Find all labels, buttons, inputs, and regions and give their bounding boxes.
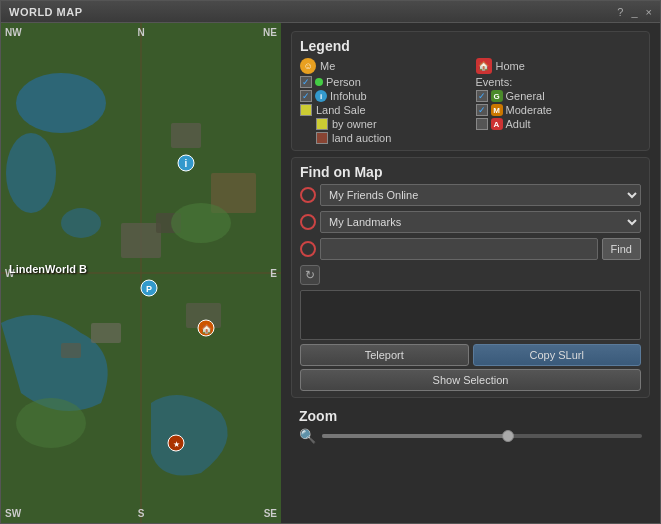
infohub-icon: i (315, 90, 327, 102)
find-on-map-section: Find on Map My Friends Online My Landmar… (291, 157, 650, 398)
legend-moderate: ✓ M Moderate (476, 104, 642, 116)
adult-checkbox[interactable] (476, 118, 488, 130)
search-input[interactable] (320, 238, 598, 260)
refresh-button[interactable]: ↻ (300, 265, 320, 285)
legend-infohub: ✓ i Infohub (300, 90, 466, 102)
landmarks-select[interactable]: My Landmarks (320, 211, 641, 233)
me-label: Me (320, 60, 335, 72)
svg-text:P: P (146, 284, 152, 294)
legend-land-auction: land auction (300, 132, 466, 144)
svg-point-1 (16, 73, 106, 133)
adult-icon: A (491, 118, 503, 130)
adult-label: Adult (506, 118, 531, 130)
home-label: Home (496, 60, 525, 72)
legend-me: ☺ Me (300, 58, 466, 74)
landmarks-row: My Landmarks (300, 211, 641, 233)
friends-row: My Friends Online (300, 184, 641, 206)
svg-rect-12 (171, 123, 201, 148)
land-auction-color (316, 132, 328, 144)
help-button[interactable]: ? (617, 6, 623, 18)
by-owner-label: by owner (332, 118, 377, 130)
me-icon: ☺ (300, 58, 316, 74)
zoom-section: Zoom 🔍 (291, 404, 650, 448)
right-panel: Legend ☺ Me 🏠 Home ✓ (281, 23, 660, 523)
zoom-slider-thumb[interactable] (502, 430, 514, 442)
zoom-slider-fill (322, 434, 514, 438)
search-circle-button[interactable] (300, 241, 316, 257)
land-auction-label: land auction (332, 132, 391, 144)
legend-home: 🏠 Home (476, 58, 642, 74)
map-label-se: SE (264, 508, 277, 519)
moderate-checkbox[interactable]: ✓ (476, 104, 488, 116)
legend-section: Legend ☺ Me 🏠 Home ✓ (291, 31, 650, 151)
friends-select[interactable]: My Friends Online (320, 184, 641, 206)
moderate-label: Moderate (506, 104, 552, 116)
svg-point-3 (61, 208, 101, 238)
person-checkbox[interactable]: ✓ (300, 76, 312, 88)
svg-rect-8 (91, 323, 121, 343)
map-label-ne: NE (263, 27, 277, 38)
action-row: Teleport Copy SLurl (300, 344, 641, 366)
search-row: Find (300, 238, 641, 260)
person-label: Person (326, 76, 361, 88)
land-sale-color (300, 104, 312, 116)
map-label-s: S (138, 508, 145, 519)
map-label-sw: SW (5, 508, 21, 519)
find-button[interactable]: Find (602, 238, 641, 260)
svg-point-13 (171, 203, 231, 243)
copy-slurl-button[interactable]: Copy SLurl (473, 344, 642, 366)
moderate-icon: M (491, 104, 503, 116)
landmarks-circle-button[interactable] (300, 214, 316, 230)
refresh-row: ↻ (300, 265, 641, 285)
general-label: General (506, 90, 545, 102)
svg-rect-9 (61, 343, 81, 358)
zoom-title: Zoom (299, 408, 642, 424)
main-content: i P 🏠 ★ NW N NE W E SW S SE LindenWorld … (1, 23, 660, 523)
svg-rect-6 (121, 223, 161, 258)
legend-by-owner: by owner (300, 118, 466, 130)
window-title: WORLD MAP (9, 6, 83, 18)
legend-title: Legend (300, 38, 641, 54)
map-label-e: E (270, 268, 277, 279)
zoom-icon: 🔍 (299, 428, 316, 444)
minimize-button[interactable]: _ (631, 6, 637, 18)
result-area (300, 290, 641, 340)
map-region-label: LindenWorld B (9, 263, 87, 275)
legend-land-sale: Land Sale (300, 104, 466, 116)
svg-point-2 (6, 133, 56, 213)
show-selection-button[interactable]: Show Selection (300, 369, 641, 391)
general-icon: G (491, 90, 503, 102)
svg-point-14 (16, 398, 86, 448)
svg-text:🏠: 🏠 (201, 323, 213, 335)
zoom-slider-row: 🔍 (299, 428, 642, 444)
legend-adult: A Adult (476, 118, 642, 130)
zoom-slider[interactable] (322, 434, 642, 438)
map-label-n: N (137, 27, 144, 38)
by-owner-color (316, 118, 328, 130)
map-label-nw: NW (5, 27, 22, 38)
land-sale-label: Land Sale (316, 104, 366, 116)
world-map-window: WORLD MAP ? _ × (0, 0, 661, 524)
infohub-label: Infohub (330, 90, 367, 102)
general-checkbox[interactable]: ✓ (476, 90, 488, 102)
infohub-checkbox[interactable]: ✓ (300, 90, 312, 102)
friends-circle-button[interactable] (300, 187, 316, 203)
legend-general: ✓ G General (476, 90, 642, 102)
home-icon: 🏠 (476, 58, 492, 74)
person-dot (315, 78, 323, 86)
legend-person: ✓ Person (300, 76, 466, 88)
svg-text:★: ★ (173, 440, 180, 449)
events-header: Events: (476, 76, 642, 88)
events-label: Events: (476, 76, 513, 88)
svg-text:i: i (185, 158, 188, 169)
title-bar: WORLD MAP ? _ × (1, 1, 660, 23)
teleport-button[interactable]: Teleport (300, 344, 469, 366)
find-on-map-title: Find on Map (300, 164, 641, 180)
close-button[interactable]: × (646, 6, 652, 18)
map-area[interactable]: i P 🏠 ★ NW N NE W E SW S SE LindenWorld … (1, 23, 281, 523)
